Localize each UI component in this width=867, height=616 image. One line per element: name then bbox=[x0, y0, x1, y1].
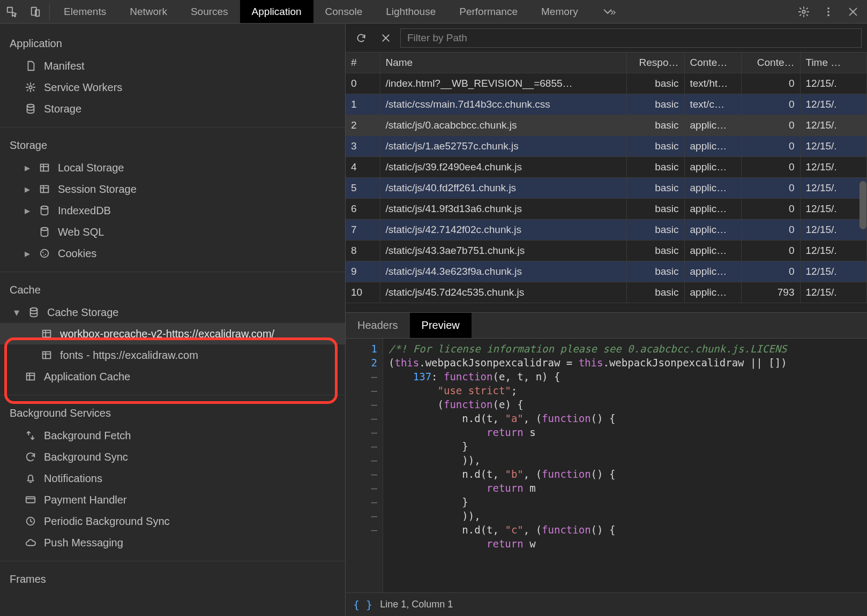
clear-icon[interactable] bbox=[376, 28, 396, 48]
svg-point-2 bbox=[802, 10, 805, 13]
svg-point-13 bbox=[42, 252, 43, 253]
svg-point-16 bbox=[31, 308, 38, 311]
label: Periodic Background Sync bbox=[44, 515, 170, 528]
code-content: /*! For license information please see 0… bbox=[383, 339, 867, 592]
svg-point-10 bbox=[41, 206, 48, 209]
column-header[interactable]: Time … bbox=[800, 52, 867, 73]
tab-preview[interactable]: Preview bbox=[410, 313, 472, 338]
svg-point-15 bbox=[43, 255, 44, 256]
label: Storage bbox=[44, 103, 81, 115]
table-row[interactable]: 2/static/js/0.acabcbcc.chunk.jsbasicappl… bbox=[346, 115, 867, 136]
close-devtools-icon[interactable] bbox=[842, 6, 864, 18]
sidebar-item-indexeddb[interactable]: ▸ IndexedDB bbox=[0, 200, 345, 221]
device-toolbar-icon[interactable] bbox=[24, 0, 47, 23]
grid-icon bbox=[40, 349, 54, 361]
column-header[interactable]: Conte… bbox=[741, 52, 800, 73]
table-row[interactable]: 7/static/js/42.7142f02c.chunk.jsbasicapp… bbox=[346, 220, 867, 241]
tab-memory[interactable]: Memory bbox=[529, 0, 590, 23]
sidebar-item-payment-handler[interactable]: Payment Handler bbox=[0, 489, 345, 510]
sync-icon bbox=[24, 451, 38, 463]
svg-point-4 bbox=[827, 11, 829, 13]
more-icon[interactable] bbox=[818, 6, 839, 18]
column-header[interactable]: Conte… bbox=[684, 52, 741, 73]
cloud-icon bbox=[24, 537, 38, 549]
chevron-right-icon: ▸ bbox=[24, 183, 31, 196]
svg-point-12 bbox=[41, 250, 49, 258]
tab-elements[interactable]: Elements bbox=[52, 0, 118, 23]
sidebar-item-push[interactable]: Push Messaging bbox=[0, 532, 345, 553]
database-icon bbox=[38, 226, 51, 238]
label: Background Sync bbox=[44, 451, 128, 463]
table-row[interactable]: 9/static/js/44.3e623f9a.chunk.jsbasicapp… bbox=[346, 261, 867, 282]
svg-point-7 bbox=[27, 104, 34, 108]
filter-input[interactable] bbox=[400, 28, 862, 48]
svg-rect-9 bbox=[41, 186, 49, 193]
label: Payment Handler bbox=[44, 494, 127, 506]
table-row[interactable]: 5/static/js/40.fd2ff261.chunk.jsbasicapp… bbox=[346, 178, 867, 199]
sidebar-cache-entry-0[interactable]: workbox-precache-v2-https://excalidraw.c… bbox=[0, 323, 345, 344]
section-application-title: Application bbox=[0, 33, 345, 55]
sidebar-item-periodic-sync[interactable]: Periodic Background Sync bbox=[0, 510, 345, 532]
pretty-print-button[interactable]: { } bbox=[353, 598, 372, 611]
section-storage-title: Storage bbox=[0, 135, 345, 157]
sidebar-item-notifications[interactable]: Notifications bbox=[0, 468, 345, 489]
cache-table: #NameRespo…Conte…Conte…Time … 0/index.ht… bbox=[346, 52, 867, 313]
tab-performance[interactable]: Performance bbox=[447, 0, 529, 23]
table-row[interactable]: 6/static/js/41.9f3d13a6.chunk.jsbasicapp… bbox=[346, 199, 867, 220]
tab-overflow[interactable]: » bbox=[590, 0, 628, 23]
label: fonts - https://excalidraw.com bbox=[60, 349, 198, 362]
tab-application[interactable]: Application bbox=[240, 0, 313, 23]
label: workbox-precache-v2-https://excalidraw.c… bbox=[60, 328, 274, 340]
table-row[interactable]: 1/static/css/main.7d14b3cc.chunk.cssbasi… bbox=[346, 94, 867, 115]
sidebar-item-local-storage[interactable]: ▸ Local Storage bbox=[0, 157, 345, 178]
tab-console[interactable]: Console bbox=[313, 0, 375, 23]
sidebar-item-cache-storage[interactable]: ▾ Cache Storage bbox=[0, 302, 345, 323]
line-gutter: 1 2 – – – – – – – – – – – – bbox=[346, 339, 383, 592]
sidebar-item-session-storage[interactable]: ▸ Session Storage bbox=[0, 178, 345, 200]
cookie-icon bbox=[38, 247, 51, 259]
table-row[interactable]: 8/static/js/43.3ae7b751.chunk.jsbasicapp… bbox=[346, 241, 867, 261]
column-header[interactable]: Name bbox=[380, 52, 626, 73]
label: Application Cache bbox=[44, 371, 130, 383]
chevron-down-icon: ▾ bbox=[13, 306, 20, 319]
bell-icon bbox=[24, 472, 38, 484]
inspect-element-icon[interactable] bbox=[0, 0, 24, 23]
section-frames-title: Frames bbox=[0, 569, 345, 591]
sidebar-item-websql[interactable]: Web SQL bbox=[0, 221, 345, 243]
sidebar-item-bg-sync[interactable]: Background Sync bbox=[0, 446, 345, 468]
database-icon bbox=[38, 205, 51, 216]
scrollbar-thumb[interactable] bbox=[859, 181, 866, 229]
chevron-right-icon: ▸ bbox=[24, 161, 31, 174]
section-cache-title: Cache bbox=[0, 280, 345, 302]
sidebar-item-service-workers[interactable]: Service Workers bbox=[0, 77, 345, 98]
sidebar-cache-entry-1[interactable]: fonts - https://excalidraw.com bbox=[0, 344, 345, 366]
section-background-title: Background Services bbox=[0, 403, 345, 425]
tab-sources[interactable]: Sources bbox=[179, 0, 240, 23]
sidebar-item-bg-fetch[interactable]: Background Fetch bbox=[0, 425, 345, 446]
table-row[interactable]: 3/static/js/1.ae52757c.chunk.jsbasicappl… bbox=[346, 136, 867, 157]
settings-icon[interactable] bbox=[793, 6, 814, 18]
svg-rect-17 bbox=[43, 330, 51, 337]
table-row[interactable]: 4/static/js/39.f2490ee4.chunk.jsbasicapp… bbox=[346, 157, 867, 178]
label: Cookies bbox=[58, 247, 96, 260]
table-row[interactable]: 10/static/js/45.7d24c535.chunk.jsbasicap… bbox=[346, 282, 867, 303]
column-header[interactable]: # bbox=[346, 52, 380, 73]
sidebar-item-cookies[interactable]: ▸ Cookies bbox=[0, 243, 345, 264]
tab-headers[interactable]: Headers bbox=[346, 313, 410, 338]
svg-rect-20 bbox=[26, 497, 35, 503]
svg-rect-8 bbox=[41, 164, 49, 171]
sidebar-item-manifest[interactable]: Manifest bbox=[0, 55, 345, 77]
label: Web SQL bbox=[58, 226, 104, 238]
clock-icon bbox=[24, 515, 38, 527]
sidebar-item-storage[interactable]: Storage bbox=[0, 98, 345, 119]
column-header[interactable]: Respo… bbox=[626, 52, 684, 73]
refresh-icon[interactable] bbox=[351, 28, 371, 48]
tab-lighthouse[interactable]: Lighthouse bbox=[374, 0, 447, 23]
devtools-tab-bar: ElementsNetworkSourcesApplicationConsole… bbox=[0, 0, 867, 24]
grid-icon bbox=[38, 162, 51, 174]
table-row[interactable]: 0/index.html?__WB_REVISION__=6855…basict… bbox=[346, 73, 867, 94]
tab-network[interactable]: Network bbox=[118, 0, 179, 23]
svg-point-5 bbox=[827, 14, 829, 16]
code-preview: 1 2 – – – – – – – – – – – – /*! For lice… bbox=[346, 339, 867, 592]
sidebar-item-application-cache[interactable]: Application Cache bbox=[0, 366, 345, 387]
